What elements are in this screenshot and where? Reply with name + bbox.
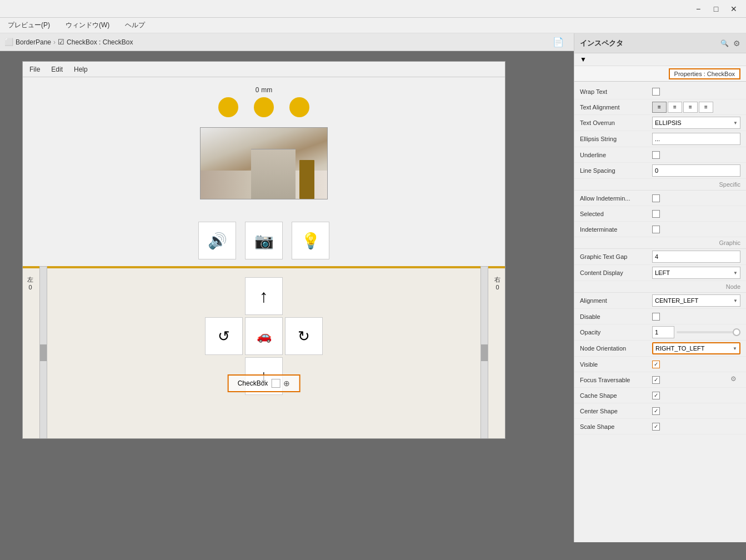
minimize-button[interactable]: − xyxy=(690,3,706,15)
menu-item-window[interactable]: ウィンドウ(W) xyxy=(62,18,113,32)
breadcrumb-checkbox[interactable]: ☑ CheckBox : CheckBox xyxy=(58,38,133,46)
focus-traversable-row: Focus Traversable ⚙ xyxy=(574,372,746,388)
focus-traversable-checkbox[interactable] xyxy=(652,376,660,384)
ellipsis-string-value xyxy=(652,133,740,145)
app-menu-file[interactable]: File xyxy=(27,64,42,74)
indeterminate-row: Indeterminate xyxy=(574,222,746,237)
menu-item-preview[interactable]: プレビュー(P) xyxy=(4,18,53,32)
up-arrow-icon: ↑ xyxy=(259,286,268,307)
icon-buttons-row: 🔊 📷 💡 xyxy=(198,222,329,259)
checkbox-check-area[interactable] xyxy=(271,379,280,388)
settings-icon[interactable]: ⚙ xyxy=(733,39,740,48)
properties-badge: Properties : CheckBox xyxy=(669,68,740,79)
rotate-left-button[interactable]: ↺ xyxy=(205,317,243,355)
breadcrumb-bar: ⬜ BorderPane › ☑ CheckBox : CheckBox 📄 xyxy=(0,33,574,51)
scale-shape-label: Scale Shape xyxy=(580,423,652,430)
allow-indeterminate-label: Allow Indetermin... xyxy=(580,195,652,202)
alignment-value: CENTER_LEFT ▼ xyxy=(652,294,740,307)
center-shape-label: Center Shape xyxy=(580,408,652,414)
up-arrow-button[interactable]: ↑ xyxy=(245,277,283,315)
app-menu-help[interactable]: Help xyxy=(72,64,90,74)
section-specific: Specific xyxy=(574,179,746,191)
cache-shape-value xyxy=(652,392,740,399)
content-display-select[interactable]: LEFT ▼ xyxy=(652,267,740,279)
center-shape-checkbox[interactable] xyxy=(652,407,660,415)
text-overrun-label: Text Overrun xyxy=(580,119,652,126)
crosshair-icon: ⊕ xyxy=(283,379,290,388)
search-icon[interactable]: 🔍 xyxy=(720,39,729,47)
inspector-content[interactable]: Wrap Text Text Alignment ≡ ≡ ≡ ≡ xyxy=(574,82,746,542)
indeterminate-checkbox[interactable] xyxy=(652,226,660,233)
speaker-button[interactable]: 🔊 xyxy=(198,222,236,259)
inspector-header: インスペクタ 🔍 ⚙ xyxy=(574,33,746,53)
scale-shape-row: Scale Shape xyxy=(574,419,746,434)
align-left-button[interactable]: ≡ xyxy=(652,102,667,113)
ellipsis-string-input[interactable] xyxy=(652,133,740,145)
main-layout: ⬜ BorderPane › ☑ CheckBox : CheckBox 📄 F… xyxy=(0,33,746,542)
rotate-right-button[interactable]: ↻ xyxy=(285,317,323,355)
app-content: 0 mm xyxy=(23,77,505,438)
disable-label: Disable xyxy=(580,313,652,320)
text-alignment-value: ≡ ≡ ≡ ≡ xyxy=(652,102,740,113)
opacity-slider[interactable] xyxy=(677,331,740,333)
text-overrun-select[interactable]: ELLIPSIS ▼ xyxy=(652,117,740,129)
alignment-select[interactable]: CENTER_LEFT ▼ xyxy=(652,294,740,307)
disable-value xyxy=(652,313,740,321)
line-spacing-input[interactable] xyxy=(652,164,740,177)
content-display-value: LEFT ▼ xyxy=(652,267,740,279)
allow-indeterminate-checkbox[interactable] xyxy=(652,194,660,202)
lightbulb-button[interactable]: 💡 xyxy=(292,222,329,259)
close-button[interactable]: ✕ xyxy=(726,3,742,15)
cache-shape-row: Cache Shape xyxy=(574,388,746,403)
align-center-button[interactable]: ≡ xyxy=(668,102,682,113)
car-button[interactable]: 🚗 xyxy=(245,317,283,355)
visible-row: Visible xyxy=(574,357,746,372)
node-orientation-label: Node Orientation xyxy=(580,345,652,352)
maximize-button[interactable]: □ xyxy=(708,3,724,15)
node-orientation-value: RIGHT_TO_LEFT ▼ xyxy=(652,342,740,354)
breadcrumb-doc-icon: 📄 xyxy=(553,37,564,47)
node-orientation-select[interactable]: RIGHT_TO_LEFT ▼ xyxy=(652,342,740,354)
visible-checkbox[interactable] xyxy=(652,361,660,368)
disable-checkbox[interactable] xyxy=(652,313,660,321)
focus-traversable-gear-icon[interactable]: ⚙ xyxy=(730,375,740,385)
focus-traversable-label: Focus Traversable xyxy=(580,377,652,383)
menu-item-help[interactable]: ヘルプ xyxy=(122,18,148,32)
disable-row: Disable xyxy=(574,309,746,324)
dot-3 xyxy=(289,97,309,117)
cache-shape-checkbox[interactable] xyxy=(652,392,660,399)
breadcrumb-borderpane[interactable]: ⬜ BorderPane xyxy=(4,38,51,46)
right-label: 右 0 xyxy=(494,269,500,291)
selected-label: Selected xyxy=(580,211,652,217)
wrap-text-checkbox[interactable] xyxy=(652,88,660,96)
right-scrollbar[interactable] xyxy=(480,266,488,438)
camera-button[interactable]: 📷 xyxy=(245,222,283,259)
opacity-slider-thumb[interactable] xyxy=(733,328,740,336)
align-right-button[interactable]: ≡ xyxy=(683,102,698,113)
graphic-text-gap-input[interactable] xyxy=(652,251,740,263)
left-scrollbar-thumb[interactable] xyxy=(40,344,47,361)
dots-unit: mm xyxy=(261,86,272,94)
inspector-panel: インスペクタ 🔍 ⚙ ▼ Properties : CheckBox Wrap … xyxy=(574,33,746,542)
align-justify-button[interactable]: ≡ xyxy=(699,102,713,113)
visible-label: Visible xyxy=(580,361,652,368)
scale-shape-checkbox[interactable] xyxy=(652,423,660,431)
selected-checkbox[interactable] xyxy=(652,210,660,218)
app-window: File Edit Help 0 mm xyxy=(22,61,505,439)
ellipsis-string-label: Ellipsis String xyxy=(580,136,652,142)
text-alignment-row: Text Alignment ≡ ≡ ≡ ≡ xyxy=(574,99,746,115)
content-display-arrow-icon: ▼ xyxy=(733,271,738,276)
app-menu-bar: File Edit Help xyxy=(23,62,505,77)
right-scrollbar-thumb[interactable] xyxy=(481,344,488,361)
dot-1 xyxy=(218,97,238,117)
left-scrollbar[interactable] xyxy=(39,266,47,438)
app-menu-edit[interactable]: Edit xyxy=(49,64,65,74)
graphic-text-gap-label: Graphic Text Gap xyxy=(580,253,652,260)
line-spacing-label: Line Spacing xyxy=(580,167,652,174)
underline-checkbox[interactable] xyxy=(652,151,660,159)
properties-dropdown[interactable]: ▼ xyxy=(574,53,746,66)
opacity-input[interactable] xyxy=(652,326,674,338)
dot-2 xyxy=(254,97,274,117)
checkbox-element[interactable]: CheckBox ⊕ xyxy=(228,374,301,392)
underline-row: Underline xyxy=(574,147,746,163)
